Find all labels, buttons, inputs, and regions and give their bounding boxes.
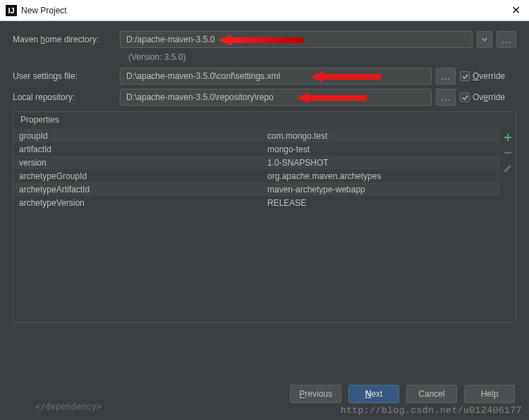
check-icon bbox=[461, 94, 469, 101]
plus-icon bbox=[503, 132, 513, 142]
chevron-down-icon bbox=[482, 37, 487, 42]
background-code-fragment: </dependency> bbox=[35, 402, 102, 412]
user-settings-browse-button[interactable]: ... bbox=[436, 68, 456, 85]
table-row[interactable]: version1.0-SNAPSHOT bbox=[13, 156, 500, 169]
maven-home-browse-button[interactable]: ... bbox=[497, 31, 516, 48]
remove-property-button[interactable] bbox=[502, 147, 513, 159]
previous-button[interactable]: Previous bbox=[290, 385, 341, 403]
local-repo-input[interactable] bbox=[120, 89, 432, 106]
table-row[interactable]: groupIdcom.mongo.test bbox=[13, 129, 500, 142]
maven-home-input[interactable] bbox=[120, 31, 473, 48]
edit-property-button[interactable] bbox=[502, 163, 513, 174]
help-button[interactable]: Help bbox=[464, 385, 515, 403]
local-repo-browse-button[interactable]: ... bbox=[436, 89, 456, 106]
window-title: New Project bbox=[21, 6, 509, 16]
property-key: archetypeArtifactId bbox=[13, 185, 267, 194]
watermark-text: http://blog.csdn.net/u012406177 bbox=[341, 405, 522, 416]
properties-title: Properties bbox=[13, 112, 516, 129]
property-value: 1.0-SNAPSHOT bbox=[267, 158, 500, 168]
property-value: org.apache.maven.archetypes bbox=[267, 171, 500, 181]
override-user-settings-label: Override bbox=[473, 71, 505, 81]
row-local-repo: Local repository: ... Override bbox=[13, 89, 516, 106]
override-user-settings-checkbox[interactable] bbox=[460, 71, 470, 81]
override-local-repo-checkbox[interactable] bbox=[460, 92, 470, 102]
row-maven-home: Maven home directory: ... bbox=[13, 31, 516, 48]
cancel-button[interactable]: Cancel bbox=[406, 385, 457, 403]
row-user-settings: User settings file: ... Override bbox=[13, 68, 516, 85]
label-local-repo: Local repository: bbox=[13, 92, 111, 102]
property-value: com.mongo.test bbox=[267, 131, 500, 141]
pencil-icon bbox=[503, 163, 513, 173]
table-row[interactable]: artifactIdmongo-test bbox=[13, 142, 500, 156]
property-key: archetypeVersion bbox=[13, 198, 267, 208]
close-icon[interactable]: ✕ bbox=[509, 4, 523, 17]
next-button[interactable]: Next bbox=[348, 385, 399, 403]
label-user-settings: User settings file: bbox=[13, 71, 111, 81]
intellij-icon: IJ bbox=[6, 5, 17, 16]
label-maven-home: Maven home directory: bbox=[13, 35, 111, 44]
version-note: (Version: 3.5.0) bbox=[128, 52, 516, 62]
dialog-body: Maven home directory: ... (Version: 3.5.… bbox=[0, 21, 529, 323]
user-settings-input[interactable] bbox=[120, 68, 432, 85]
table-row[interactable]: archetypeArtifactIdmaven-archetype-webap… bbox=[13, 183, 500, 196]
check-icon bbox=[461, 73, 469, 80]
property-key: artifactId bbox=[13, 144, 267, 154]
property-value: RELEASE bbox=[267, 198, 500, 208]
maven-home-dropdown[interactable] bbox=[477, 31, 492, 48]
minus-icon bbox=[503, 148, 513, 158]
property-key: groupId bbox=[13, 131, 267, 141]
add-property-button[interactable] bbox=[502, 132, 513, 143]
table-row[interactable]: archetypeVersionRELEASE bbox=[13, 196, 500, 209]
property-value: mongo-test bbox=[267, 144, 500, 154]
properties-panel: Properties groupIdcom.mongo.testartifact… bbox=[13, 111, 516, 323]
properties-table: groupIdcom.mongo.testartifactIdmongo-tes… bbox=[13, 129, 500, 322]
property-key: version bbox=[13, 158, 267, 168]
property-key: archetypeGroupId bbox=[13, 171, 267, 181]
titlebar: IJ New Project ✕ bbox=[0, 0, 529, 21]
override-local-repo-label: Override bbox=[473, 92, 505, 102]
table-row[interactable]: archetypeGroupIdorg.apache.maven.archety… bbox=[13, 169, 500, 183]
property-value: maven-archetype-webapp bbox=[267, 185, 500, 194]
button-bar: Previous Next Cancel Help bbox=[290, 385, 515, 403]
